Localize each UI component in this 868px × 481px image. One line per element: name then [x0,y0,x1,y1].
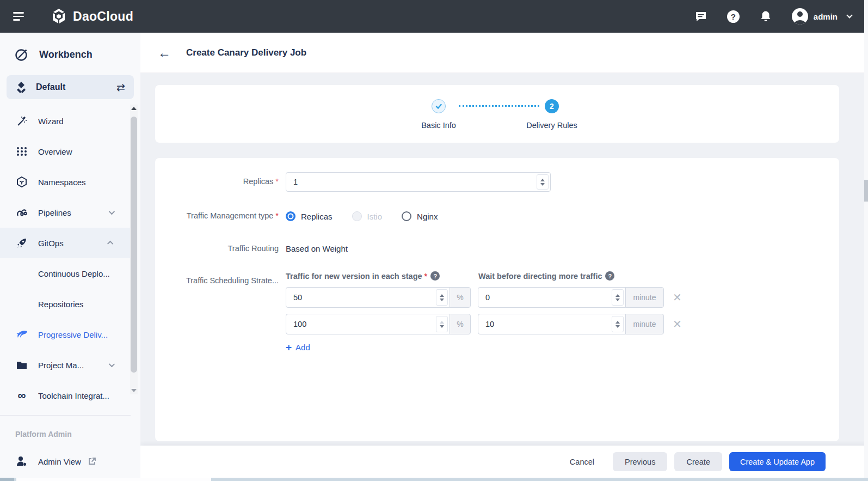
minute-unit-addon: minute [625,314,664,334]
admin-person-icon [15,455,28,468]
percent-unit-addon: % [450,287,471,308]
stage-row-2: % minute ✕ [286,314,682,334]
scheduling-strategy-label: Traffic Scheduling Strate... [155,271,279,352]
page-title: Create Canary Delivery Job [186,47,306,58]
replicas-stepper[interactable] [537,174,549,190]
username: admin [814,12,838,21]
help-icon[interactable]: ? [727,10,740,23]
sidebar-item-progressive-delivery[interactable]: Progressive Deliv... [0,319,132,350]
pipelines-chevron-down-icon [109,209,115,215]
brand[interactable]: DaoCloud [50,8,133,25]
step-basic-info-done-icon[interactable] [432,99,446,113]
radio-option-nginx[interactable]: Nginx [402,211,438,221]
stage1-wait-stepper[interactable] [612,289,624,306]
wizard-wand-icon [15,115,28,127]
stage1-delete-icon[interactable]: ✕ [673,292,682,303]
step-label-delivery-rules: Delivery Rules [526,121,577,130]
traffic-stage-help-icon[interactable]: ? [430,271,440,281]
add-stage-button[interactable]: + Add [286,342,310,352]
create-and-update-app-button[interactable]: Create & Update App [729,452,826,471]
percent-unit-addon: % [450,314,471,334]
radio-selected-icon[interactable] [286,211,296,221]
sidebar-item-continuous-deployment[interactable]: Continuous Deplo... [0,258,132,289]
project-folder-icon [15,359,28,371]
stage2-wait-stepper[interactable] [612,316,624,332]
stage1-traffic-field[interactable] [286,293,450,302]
user-menu-chevron-down-icon[interactable] [846,12,852,18]
stage1-wait-field[interactable] [478,293,625,302]
sidebar-item-pipelines[interactable]: Pipelines [0,197,132,228]
window-vertical-scrollbar[interactable] [864,0,868,478]
main-area: ← Create Canary Delivery Job 2 Basic Inf… [140,33,868,481]
cancel-button[interactable]: Cancel [564,452,600,471]
scrollbar-thumb[interactable] [131,117,137,373]
platform-admin-section-label: Platform Admin [0,416,140,439]
top-bar: DaoCloud ? admin [0,0,868,33]
workbench-label: Workbench [39,49,93,60]
daocloud-logo-icon [50,8,67,25]
stage2-wait-field[interactable] [478,320,625,328]
stage-row-1: % minute ✕ [286,287,682,308]
stage2-delete-icon[interactable]: ✕ [673,319,682,330]
stage1-wait-input [478,287,626,308]
replicas-label: Replicas [243,177,274,186]
scrollbar-up-arrow[interactable] [130,105,138,112]
sidebar: Workbench Default ⇄ Wizard [0,33,140,481]
messages-icon[interactable] [694,10,707,23]
sidebar-item-overview[interactable]: Overview [0,136,132,167]
create-button[interactable]: Create [674,452,722,471]
workspace-selector-default[interactable]: Default ⇄ [7,75,134,99]
sidebar-item-gitops[interactable]: GitOps [0,228,132,258]
sidebar-item-namespaces[interactable]: Namespaces [0,167,132,197]
sidebar-item-admin-view[interactable]: Admin View [0,455,140,468]
sidebar-item-toolchain-integration[interactable]: ∞ Toolchain Integrat... [0,380,132,411]
sidebar-item-project-management[interactable]: Project Ma... [0,350,132,380]
gitops-rocket-icon [15,237,28,249]
overview-grid-icon [15,146,28,157]
sidebar-menu: Wizard Overview Namespaces [0,106,140,411]
user-avatar[interactable] [792,8,808,25]
radio-disabled-icon [352,211,362,221]
traffic-type-row: Traffic Management type* Replicas Istio [155,192,839,221]
window-horizontal-scrollbar[interactable] [0,478,868,481]
stage2-traffic-input [286,314,450,334]
namespaces-hexagon-icon [15,176,28,188]
sidebar-item-wizard[interactable]: Wizard [0,106,132,136]
scheduling-strategy-row: Traffic Scheduling Strate... Traffic for… [155,271,839,352]
traffic-routing-row: Traffic Routing Based on Weight [155,239,839,253]
page-content: 2 Basic Info Delivery Rules Replicas* Tr… [140,72,868,441]
scrollbar-down-arrow[interactable] [130,387,138,394]
traffic-stage-column-header: Traffic for new version in each stage [286,272,422,281]
previous-button[interactable]: Previous [613,452,667,471]
progressive-delivery-bird-icon [15,328,28,341]
delivery-rules-form-card: Replicas* Traffic Management type* Repli… [155,158,839,441]
replicas-row: Replicas* [155,172,839,192]
stage1-traffic-stepper[interactable] [436,289,448,306]
step-delivery-rules-badge[interactable]: 2 [545,99,559,113]
wait-help-icon[interactable]: ? [605,271,614,281]
switch-workspace-icon[interactable]: ⇄ [116,81,125,94]
replicas-input [286,172,551,192]
stage1-traffic-input [286,287,450,308]
radio-option-replicas[interactable]: Replicas [286,211,333,221]
stage2-traffic-stepper[interactable] [436,316,448,332]
replicas-input-field[interactable] [286,178,550,186]
back-arrow-icon[interactable]: ← [158,46,171,59]
toolchain-infinity-icon: ∞ [15,392,28,399]
sidebar-scrollbar[interactable] [130,105,138,394]
radio-unselected-icon[interactable] [402,211,411,221]
sidebar-item-repositories[interactable]: Repositories [0,289,132,319]
radio-option-istio: Istio [352,211,383,221]
stage2-traffic-field[interactable] [286,320,450,328]
stepper-card: 2 Basic Info Delivery Rules [155,85,839,143]
horizontal-scrollbar-corner [0,478,14,481]
notifications-bell-icon[interactable] [759,10,772,23]
horizontal-scrollbar-thumb[interactable] [16,478,211,481]
minute-unit-addon: minute [625,287,664,308]
form-footer: Cancel Previous Create Create & Update A… [140,446,868,478]
plus-icon: + [286,342,292,352]
hamburger-menu-icon[interactable] [13,10,24,23]
project-chevron-down-icon [109,361,115,367]
sidebar-header-workbench[interactable]: Workbench [0,33,140,71]
vertical-scrollbar-thumb[interactable] [864,180,868,202]
